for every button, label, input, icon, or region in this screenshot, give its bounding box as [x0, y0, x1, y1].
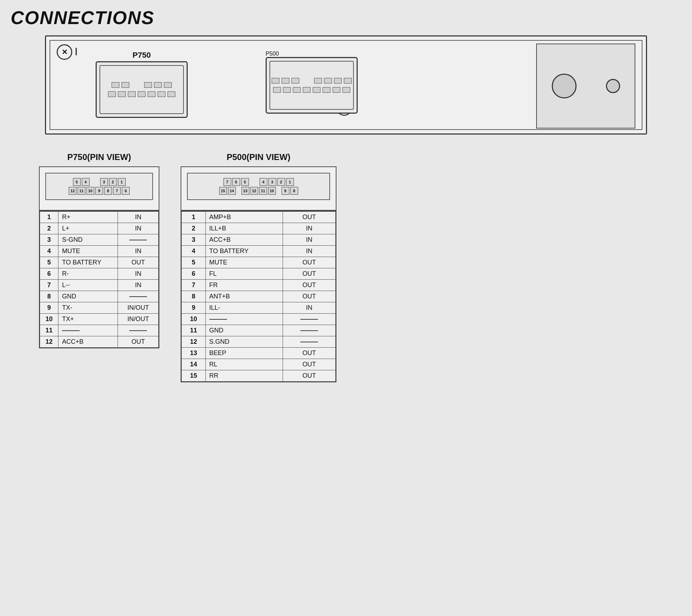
pin-number: 11 [182, 325, 206, 336]
pin-number: 5 [182, 257, 206, 268]
table-row: 7 L-- IN [40, 280, 159, 291]
table-row: 8 GND [40, 291, 159, 302]
pin-signal [58, 325, 118, 336]
table-row: 4 TO BATTERY IN [182, 246, 336, 257]
table-row: 15 RR OUT [182, 370, 336, 382]
table-row: 9 TX- IN/OUT [40, 302, 159, 314]
table-row: 2 ILL+B IN [182, 223, 336, 234]
pin-dir: IN [118, 223, 159, 234]
table-row: 14 RL OUT [182, 359, 336, 370]
p500-table-container: 1 AMP+B OUT 2 ILL+B IN 3 ACC+B IN 4 TO B… [181, 211, 336, 382]
pin-signal: TO BATTERY [205, 246, 283, 257]
pin-number: 10 [182, 314, 206, 325]
pin-signal: RR [205, 370, 283, 382]
pin-number: 7 [40, 280, 58, 291]
pin-signal: ANT+B [205, 291, 283, 302]
pin-signal: R+ [58, 212, 118, 223]
unit-diagram: ✕ ✕ ✕ ✕ | | P750 [45, 35, 647, 135]
pin-dir: IN [118, 212, 159, 223]
table-row: 10 [182, 314, 336, 325]
p750-table-container: 1 R+ IN 2 L+ IN 3 S-GND 4 MUTE IN 5 TO B… [39, 211, 159, 348]
table-row: 1 R+ IN [40, 212, 159, 223]
pin-dir: IN [118, 246, 159, 257]
pin-dir [283, 325, 336, 336]
table-row: 12 ACC+B OUT [40, 336, 159, 348]
table-row: 10 TX+ IN/OUT [40, 314, 159, 325]
pin-signal: FL [205, 268, 283, 280]
pin-number: 7 [182, 280, 206, 291]
pin-signal: AMP+B [205, 212, 283, 223]
pin-signal: R- [58, 268, 118, 280]
pin-dir: IN/OUT [118, 314, 159, 325]
p500-pin-diagram: 7 6 5 4 3 2 1 15 14 13 12 11 10 [181, 166, 336, 211]
pin-dir: OUT [283, 268, 336, 280]
unit-p500-label: P500 [266, 51, 358, 57]
pin-signal: ACC+B [205, 234, 283, 246]
pin-dir: OUT [283, 348, 336, 359]
pin-dir [283, 314, 336, 325]
pin-dir: IN/OUT [118, 302, 159, 314]
unit-connector-p500: P500 [266, 51, 358, 114]
pin-signal: TO BATTERY [58, 257, 118, 268]
pin-signal: S.GND [205, 336, 283, 348]
pin-dir: IN [283, 234, 336, 246]
table-row: 12 S.GND [182, 336, 336, 348]
pin-number: 6 [40, 268, 58, 280]
pin-signal: S-GND [58, 234, 118, 246]
pin-number: 13 [182, 348, 206, 359]
pin-dir [283, 336, 336, 348]
pin-signal: BEEP [205, 348, 283, 359]
p750-table: 1 R+ IN 2 L+ IN 3 S-GND 4 MUTE IN 5 TO B… [40, 211, 159, 348]
pin-number: 9 [182, 302, 206, 314]
p500-pin-view-title: P500(PIN VIEW) [181, 152, 336, 162]
pin-number: 3 [40, 234, 58, 246]
table-row: 3 ACC+B IN [182, 234, 336, 246]
pin-number: 8 [182, 291, 206, 302]
pin-dir: OUT [118, 336, 159, 348]
pin-signal: TX- [58, 302, 118, 314]
unit-p750-label: P750 [96, 51, 188, 60]
table-row: 6 R- IN [40, 268, 159, 280]
pin-number: 15 [182, 370, 206, 382]
pin-dir: OUT [283, 359, 336, 370]
pin-dir: OUT [283, 280, 336, 291]
table-row: 13 BEEP OUT [182, 348, 336, 359]
pin-dir: OUT [283, 212, 336, 223]
pin-number: 11 [40, 325, 58, 336]
pin-signal: L+ [58, 223, 118, 234]
pin-signal: L-- [58, 280, 118, 291]
table-row: 11 [40, 325, 159, 336]
pin-dir: IN [118, 280, 159, 291]
pin-dir: OUT [118, 257, 159, 268]
pin-number: 8 [40, 291, 58, 302]
pin-number: 12 [182, 336, 206, 348]
pin-signal: TX+ [58, 314, 118, 325]
pin-dir: OUT [283, 370, 336, 382]
pin-number: 1 [40, 212, 58, 223]
pin-dir [118, 291, 159, 302]
pin-signal: GND [205, 325, 283, 336]
table-row: 7 FR OUT [182, 280, 336, 291]
table-row: 4 MUTE IN [40, 246, 159, 257]
table-row: 5 TO BATTERY OUT [40, 257, 159, 268]
pin-signal: MUTE [205, 257, 283, 268]
table-row: 5 MUTE OUT [182, 257, 336, 268]
pin-signal: GND [58, 291, 118, 302]
pin-signal: FR [205, 280, 283, 291]
pin-number: 4 [40, 246, 58, 257]
pin-number: 2 [40, 223, 58, 234]
pin-number: 2 [182, 223, 206, 234]
table-row: 1 AMP+B OUT [182, 212, 336, 223]
pin-dir: IN [283, 223, 336, 234]
pin-dir: IN [283, 302, 336, 314]
p750-section: P750(PIN VIEW) 5 4 3 2 1 12 11 10 9 [39, 152, 159, 382]
pin-number: 14 [182, 359, 206, 370]
pin-number: 4 [182, 246, 206, 257]
pin-dir: IN [283, 246, 336, 257]
pin-number: 1 [182, 212, 206, 223]
table-row: 2 L+ IN [40, 223, 159, 234]
pin-dir [118, 234, 159, 246]
pin-dir: OUT [283, 291, 336, 302]
table-row: 9 ILL- IN [182, 302, 336, 314]
p750-pin-diagram: 5 4 3 2 1 12 11 10 9 8 7 6 [39, 166, 159, 211]
